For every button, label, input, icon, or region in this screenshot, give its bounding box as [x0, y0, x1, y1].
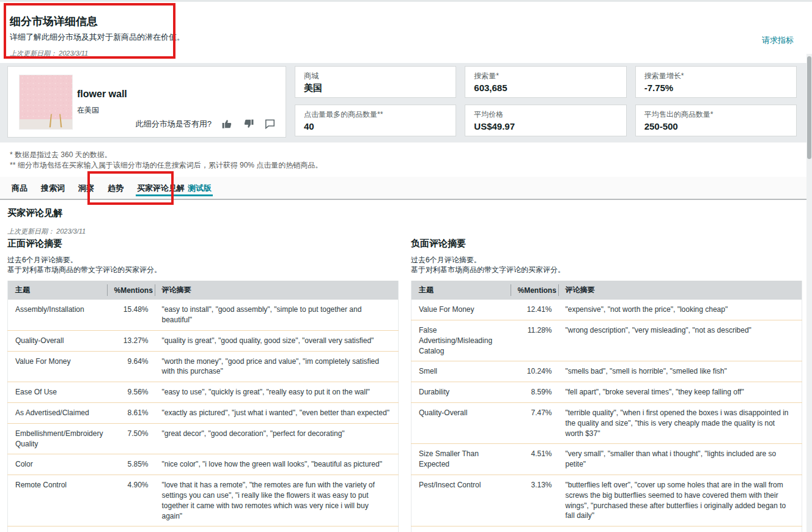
column-header: 评论摘要: [558, 281, 802, 300]
stat-label: 点击量最多的商品数量**: [304, 109, 447, 120]
mentions-cell: 10.24%: [511, 361, 558, 382]
review-row: Value For Money9.64%"worth the money", "…: [8, 351, 399, 382]
summary-cell: "great decor", "good decoration", "perfe…: [155, 423, 399, 454]
summary-cell: "terrible quality", "when i first opened…: [558, 403, 802, 444]
stat-card: 平均售出的商品数量*250-500: [635, 105, 797, 136]
mentions-cell: 11.28%: [511, 320, 558, 361]
summary-cell: "quality is great", "good quality, good …: [155, 330, 399, 351]
niche-name: flower wall: [77, 89, 127, 100]
summary-cell: "love that it has a remote", "the remote…: [155, 475, 399, 526]
footnote-1: * 数据是指过去 360 天的数据。: [10, 150, 802, 160]
stat-card: 搜索量*603,685: [465, 66, 626, 98]
stat-label: 搜索量增长*: [644, 71, 788, 81]
column-header: 评论摘要: [155, 281, 399, 300]
positive-review-table: 主题%Mentions评论摘要 Assembly/Installation15.…: [7, 281, 399, 532]
thumbs-down-icon[interactable]: [243, 118, 254, 130]
stat-value: 603,685: [474, 83, 617, 93]
footnote-2: ** 细分市场包括在买家输入属于该细分市场的任意搜索词后，累计获得 90% 点击…: [10, 160, 802, 171]
summary-cell: "smells bad", "smell is horrible", "smel…: [558, 361, 802, 382]
review-row: Color5.85%"nice color", "i love how the …: [8, 454, 399, 475]
stat-label: 商城: [304, 71, 447, 81]
summary-cell: "fell apart", "broke several times", "th…: [558, 382, 802, 403]
positive-summary-heading: 正面评论摘要: [7, 238, 399, 249]
tab-label: 买家评论见解: [137, 183, 185, 193]
helpful-feedback-row: 此细分市场是否有用?: [136, 118, 276, 130]
topic-cell: Ease Of Use: [8, 382, 107, 403]
negative-sub-1: 过去6个月评论摘要。: [411, 256, 802, 265]
summary-cell: "nice color", "i love how the green wall…: [155, 454, 399, 475]
tab-review-insights[interactable]: 买家评论见解测试版: [130, 177, 218, 199]
review-row: Value For Money12.41%"expensive", "not w…: [412, 300, 802, 320]
topic-cell: False Advertising/Misleading Catalog: [412, 320, 511, 361]
stat-card: 平均价格US$49.97: [465, 105, 626, 136]
topic-cell: Design-Overall: [8, 526, 107, 532]
stat-card: 搜索量增长*-7.75%: [635, 66, 797, 98]
positive-sub-1: 过去6个月评论摘要。: [7, 256, 399, 265]
page-title: 细分市场详细信息: [10, 14, 802, 29]
column-header: %Mentions: [107, 281, 155, 300]
stat-value: 40: [304, 121, 447, 131]
tab-label: 洞察: [78, 183, 94, 193]
table-header-row: 主题%Mentions评论摘要: [8, 281, 399, 300]
review-row: Remote Control4.90%"love that it has a r…: [8, 475, 399, 526]
topic-cell: As Advertised/Claimed: [8, 403, 107, 424]
topic-cell: Remote Control: [8, 475, 107, 526]
review-row: False Advertising/Misleading Catalog11.2…: [412, 320, 802, 361]
comment-icon[interactable]: [264, 118, 276, 130]
negative-review-table: 主题%Mentions评论摘要 Value For Money12.41%"ex…: [411, 281, 802, 532]
review-row: Weak/Fragile2.95%"flimsy", "but they ten…: [412, 526, 802, 532]
positive-sub-2: 基于对利基市场商品的带文字评论的买家评分。: [7, 265, 399, 275]
negative-reviews-column: 负面评论摘要 过去6个月评论摘要。 基于对利基市场商品的带文字评论的买家评分。 …: [411, 219, 802, 532]
stat-card: 点击量最多的商品数量**40: [295, 105, 456, 136]
negative-summary-heading: 负面评论摘要: [411, 238, 802, 249]
stat-value: 美国: [304, 83, 447, 94]
mentions-cell: 7.50%: [107, 423, 155, 454]
column-header: 主题: [412, 281, 511, 300]
review-row: Quality-Overall7.47%"terrible quality", …: [412, 403, 802, 444]
review-row: Design-Overall3.71%"it gives a perfect d…: [8, 526, 399, 532]
review-row: Durability8.59%"fell apart", "broke seve…: [412, 382, 802, 403]
request-metrics-link[interactable]: 请求指标: [762, 35, 794, 46]
column-header: 主题: [8, 281, 107, 300]
niche-product-image: [19, 75, 73, 130]
topic-cell: Durability: [412, 382, 511, 403]
mentions-cell: 2.95%: [511, 526, 558, 532]
positive-reviews-column: 上次更新日期： 2023/3/11 正面评论摘要 过去6个月评论摘要。 基于对利…: [7, 219, 399, 532]
review-row: Quality-Overall13.27%"quality is great",…: [8, 330, 399, 351]
topic-cell: Value For Money: [412, 300, 511, 320]
topic-cell: Pest/Insect Control: [412, 475, 511, 526]
topic-cell: Assembly/Installation: [8, 300, 107, 330]
summary-cell: "wrong description", "very misleading", …: [558, 320, 802, 361]
summary-cell: "it gives a perfect design", "so well ma…: [155, 526, 399, 532]
mentions-cell: 7.47%: [511, 403, 558, 444]
mentions-cell: 9.56%: [107, 382, 155, 403]
mentions-cell: 9.64%: [107, 351, 155, 382]
tab-products[interactable]: 商品: [5, 177, 34, 199]
footnotes: * 数据是指过去 360 天的数据。 ** 细分市场包括在买家输入属于该细分市场…: [0, 142, 812, 173]
tab-insights[interactable]: 洞察: [72, 177, 101, 199]
column-header: %Mentions: [511, 281, 558, 300]
mentions-cell: 3.71%: [107, 526, 155, 532]
thumbs-up-icon[interactable]: [221, 118, 233, 130]
topic-cell: Color: [8, 454, 107, 475]
helpful-prompt: 此细分市场是否有用?: [136, 119, 212, 130]
niche-stats-band: flower wall 在美国 此细分市场是否有用? 商城美国搜索量*603,6…: [0, 63, 812, 142]
mentions-cell: 12.41%: [511, 300, 558, 320]
scrollbar-thumb[interactable]: [807, 56, 811, 159]
last-updated-date: 上次更新日期： 2023/3/11: [10, 50, 88, 57]
review-row: Embellishment/Embroidery Quality7.50%"gr…: [8, 423, 399, 454]
summary-cell: "easy to install", "good assembly", "sim…: [155, 300, 399, 330]
reviews-last-updated: 上次更新日期： 2023/3/11: [7, 227, 399, 236]
topic-cell: Quality-Overall: [412, 403, 511, 444]
stat-card: 商城美国: [295, 66, 456, 98]
beta-badge: 测试版: [188, 183, 212, 193]
topic-cell: Value For Money: [8, 351, 107, 382]
tab-search-terms[interactable]: 搜索词: [34, 177, 72, 199]
stat-value: US$49.97: [474, 121, 617, 131]
mentions-cell: 13.27%: [107, 330, 155, 351]
table-header-row: 主题%Mentions评论摘要: [412, 281, 802, 300]
review-row: As Advertised/Claimed8.61%"exactly as pi…: [8, 403, 399, 424]
tab-trends[interactable]: 趋势: [101, 177, 130, 199]
scrollbar-track: [806, 54, 812, 532]
niche-region: 在美国: [77, 105, 99, 116]
